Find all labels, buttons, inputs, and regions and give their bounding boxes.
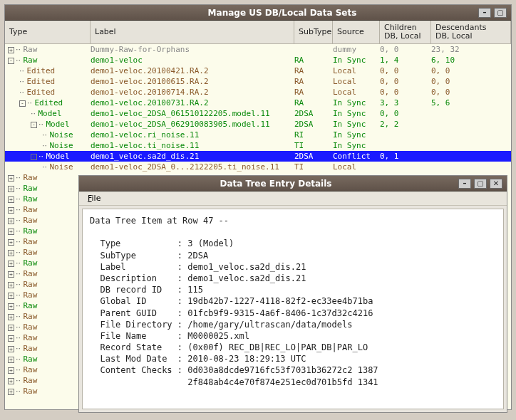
cell-source: In Sync [333, 130, 380, 140]
cell-subtype: TI [294, 162, 333, 172]
col-type[interactable]: Type [5, 21, 91, 43]
expand-icon[interactable]: + [8, 314, 14, 320]
table-row[interactable]: ·· Editeddemo1-veloc.20100615.RA.2RALoca… [5, 76, 511, 87]
table-row[interactable]: +·· Modeldemo1_veloc.sa2d_dis.212DSAConf… [5, 151, 511, 162]
collapse-icon[interactable]: - [31, 122, 37, 128]
expand-icon[interactable]: + [31, 154, 37, 160]
col-children[interactable]: ChildrenDB, Local [380, 21, 431, 43]
cell-children: 0, 0 [380, 44, 431, 55]
menu-file[interactable]: File [83, 194, 105, 203]
cell-type: +·· Raw [5, 311, 91, 322]
cell-type: ·· Edited [5, 65, 91, 76]
expand-icon[interactable]: + [8, 325, 14, 331]
expand-icon[interactable]: + [8, 218, 14, 224]
expand-icon[interactable]: + [8, 389, 14, 395]
cell-type: +·· Raw [5, 279, 91, 290]
cell-type: +·· Raw [5, 290, 91, 300]
col-descendants[interactable]: DescendantsDB, Local [431, 21, 511, 43]
expand-icon[interactable]: + [8, 293, 14, 299]
detail-menubar: File [79, 191, 507, 206]
cell-type: +·· Raw [5, 375, 91, 386]
expand-icon[interactable]: + [8, 335, 14, 342]
detail-title: Data Tree Entry Details [96, 179, 455, 189]
cell-type: +·· Raw [5, 354, 91, 364]
cell-subtype: 2DSA [294, 108, 333, 119]
cell-type: ·· Noise [5, 130, 91, 140]
cell-type: +·· Raw [5, 343, 91, 354]
expand-icon[interactable]: + [8, 261, 14, 267]
detail-titlebar[interactable]: Data Tree Entry Details – ▢ ✕ [79, 176, 507, 191]
table-row[interactable]: +·· RawDummy-Raw-for-Orphansdummy0, 023,… [5, 44, 511, 55]
minimize-button[interactable]: – [478, 8, 491, 18]
table-row[interactable]: ·· Noisedemo1-veloc_2DSA_0...2122205.ti_… [5, 162, 511, 172]
expand-icon[interactable]: + [8, 196, 14, 203]
cell-type: +·· Raw [5, 332, 91, 343]
cell-type: +·· Raw [5, 215, 91, 226]
cell-source: In Sync [333, 119, 380, 130]
expand-icon[interactable]: + [8, 186, 14, 192]
cell-subtype: 2DSA [294, 119, 333, 130]
cell-type: ·· Model [5, 108, 91, 119]
cell-subtype: RA [294, 87, 333, 98]
table-row[interactable]: ·· Noisedemo1-veloc.ri_noise.11RIIn Sync [5, 130, 511, 140]
expand-icon[interactable]: + [8, 303, 14, 310]
table-row[interactable]: -·· Rawdemo1-velocRAIn Sync1, 46, 10 [5, 55, 511, 65]
expand-icon[interactable]: + [8, 207, 14, 214]
cell-label: demo1-veloc_2DSA_0...2122205.ti_noise.11 [91, 162, 294, 172]
cell-source: In Sync [333, 108, 380, 119]
expand-icon[interactable]: + [8, 175, 14, 182]
cell-type: +·· Raw [5, 386, 91, 397]
cell-descendants: 0, 0 [431, 65, 511, 76]
detail-minimize-button[interactable]: – [458, 179, 471, 189]
cell-descendants [431, 151, 511, 162]
cell-label: Dummy-Raw-for-Orphans [91, 44, 294, 55]
col-subtype[interactable]: SubType [294, 21, 333, 43]
cell-descendants: 5, 6 [431, 98, 511, 108]
cell-type: +·· Raw [5, 44, 91, 55]
main-titlebar[interactable]: Manage US DB/Local Data Sets – ▢ [5, 5, 511, 21]
table-row[interactable]: ·· Noisedemo1-veloc.ti_noise.11TIIn Sync [5, 140, 511, 151]
expand-icon[interactable]: + [8, 357, 14, 363]
table-row[interactable]: ·· Editeddemo1-veloc.20100421.RA.2RALoca… [5, 65, 511, 76]
cell-children [380, 130, 431, 140]
col-label[interactable]: Label [91, 21, 294, 43]
cell-label: demo1-veloc.20100615.RA.2 [91, 76, 294, 87]
cell-type: +·· Raw [5, 268, 91, 279]
table-row[interactable]: -·· Modeldemo1-veloc_2DSA_062910083905.m… [5, 119, 511, 130]
cell-type: -·· Edited [5, 98, 91, 108]
col-source[interactable]: Source [333, 21, 380, 43]
collapse-icon[interactable]: - [19, 100, 26, 107]
cell-subtype: RA [294, 55, 333, 65]
detail-close-button[interactable]: ✕ [490, 179, 502, 189]
table-row[interactable]: ·· Modeldemo1-veloc_2DSA_061510122205.mo… [5, 108, 511, 119]
collapse-icon[interactable]: - [8, 58, 14, 64]
cell-type: ·· Noise [5, 140, 91, 151]
table-row[interactable]: -·· Editeddemo1-veloc.20100731.RA.2RAIn … [5, 98, 511, 108]
expand-icon[interactable]: + [8, 346, 14, 352]
detail-maximize-button[interactable]: ▢ [474, 179, 487, 189]
detail-body[interactable]: Data Tree Item at Row 47 -- Type : 3 (Mo… [82, 209, 504, 409]
cell-source: Local [333, 162, 380, 172]
cell-subtype: 2DSA [294, 151, 333, 162]
cell-children: 0, 1 [380, 151, 431, 162]
expand-icon[interactable]: + [8, 378, 14, 384]
cell-subtype: RI [294, 130, 333, 140]
cell-type: ·· Edited [5, 76, 91, 87]
cell-type: ·· Noise [5, 162, 91, 172]
cell-label: demo1-veloc.20100421.RA.2 [91, 65, 294, 76]
expand-icon[interactable]: + [8, 47, 14, 53]
cell-children: 3, 3 [380, 98, 431, 108]
cell-label: demo1-veloc.20100714.RA.2 [91, 87, 294, 98]
expand-icon[interactable]: + [8, 367, 14, 374]
expand-icon[interactable]: + [8, 271, 14, 278]
table-row[interactable]: ·· Editeddemo1-veloc.20100714.RA.2RALoca… [5, 87, 511, 98]
cell-descendants [431, 162, 511, 172]
expand-icon[interactable]: + [8, 282, 14, 288]
expand-icon[interactable]: + [8, 239, 14, 246]
cell-subtype: RA [294, 65, 333, 76]
cell-type: +·· Raw [5, 322, 91, 332]
expand-icon[interactable]: + [8, 250, 14, 256]
cell-type: +·· Model [5, 151, 91, 162]
maximize-button[interactable]: ▢ [494, 8, 507, 18]
expand-icon[interactable]: + [8, 229, 14, 235]
